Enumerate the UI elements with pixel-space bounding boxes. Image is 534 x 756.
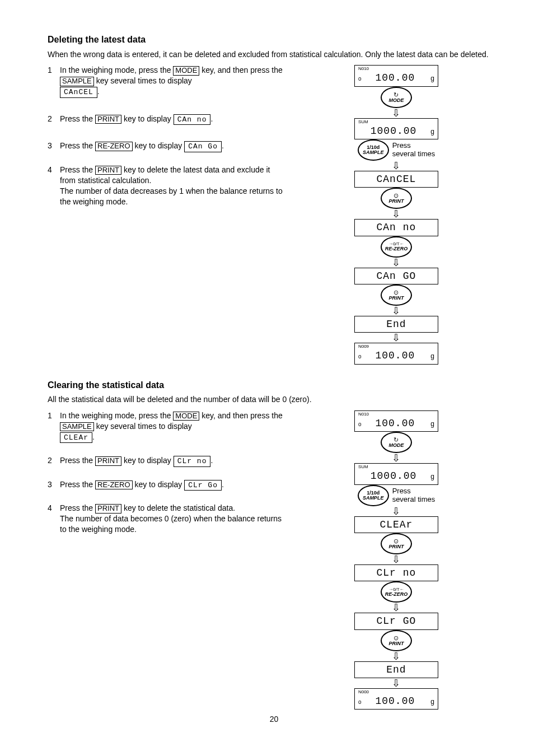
- figure-clearing-flow: N010 o100.00g ↻MODE ⇩ SUM 1000.00g 1/10d…: [292, 410, 500, 710]
- display-cancel: CAnCEL: [60, 87, 97, 98]
- lcd-n000: N000 o100.00g: [354, 688, 438, 710]
- step-number: 4: [48, 165, 60, 207]
- steps-deleting: 1 In the weighing mode, press the MODE k…: [48, 65, 292, 219]
- key-mode: MODE: [173, 412, 199, 421]
- down-arrow-icon: ⇩: [392, 603, 400, 613]
- list-item: 3 Press the RE-ZERO key to display CAn G…: [48, 141, 284, 152]
- key-print: PRINT: [95, 166, 121, 175]
- heading-clearing: Clearing the statistical data: [48, 379, 500, 391]
- button-rezero: →0/T←RE-ZERO: [381, 236, 412, 258]
- step-number: 1: [48, 410, 60, 443]
- down-arrow-icon: ⇩: [392, 453, 400, 463]
- list-item: 1 In the weighing mode, press the MODE k…: [48, 410, 284, 443]
- intro-clearing: All the statistical data will be deleted…: [48, 394, 500, 405]
- down-arrow-icon: ⇩: [392, 306, 400, 316]
- step-number: 2: [48, 455, 60, 467]
- button-sample: 1/10dSAMPLE: [358, 139, 389, 161]
- step-number: 3: [48, 141, 60, 152]
- step-number: 1: [48, 65, 60, 97]
- key-print: PRINT: [95, 456, 121, 465]
- key-print: PRINT: [95, 504, 121, 513]
- lcd-can-go: CAn GO: [354, 268, 438, 284]
- lcd-sum: SUM 1000.00g: [354, 118, 438, 139]
- lcd-clr-go: CLr GO: [354, 613, 438, 629]
- button-mode: ↻MODE: [381, 87, 412, 108]
- key-mode: MODE: [173, 66, 199, 75]
- lcd-sum: SUM 1000.00g: [354, 463, 438, 484]
- step-number: 2: [48, 114, 60, 125]
- steps-clearing: 1 In the weighing mode, press the MODE k…: [48, 410, 292, 547]
- key-sample: SAMPLE: [60, 77, 94, 86]
- down-arrow-icon: ⇩: [392, 108, 400, 118]
- button-print: ⊙PRINT: [381, 188, 412, 209]
- down-arrow-icon: ⇩: [392, 651, 400, 661]
- lcd-can-no: CAn no: [354, 219, 438, 236]
- down-arrow-icon: ⇩: [392, 554, 400, 564]
- down-arrow-icon: ⇩: [392, 506, 400, 516]
- key-rezero: RE-ZERO: [95, 480, 133, 489]
- display-clr-no: CLr no: [174, 456, 211, 467]
- lcd-n009: N009 o100.00g: [354, 343, 438, 364]
- button-sample: 1/10dSAMPLE: [358, 485, 389, 506]
- lcd-clear: CLEAr: [354, 516, 438, 533]
- display-clear: CLEAr: [60, 432, 92, 444]
- down-arrow-icon: ⇩: [392, 678, 400, 688]
- list-item: 2 Press the PRINT key to display CAn no.: [48, 114, 284, 125]
- down-arrow-icon: ⇩: [392, 161, 400, 171]
- heading-deleting: Deleting the latest data: [48, 34, 500, 46]
- lcd-clr-no: CLr no: [354, 564, 438, 581]
- lcd-end: End: [354, 316, 438, 333]
- annotation-press-several: Pressseveral times: [392, 142, 435, 158]
- lcd-n010: N010 o100.00g: [354, 410, 438, 432]
- down-arrow-icon: ⇩: [392, 333, 400, 343]
- button-mode: ↻MODE: [381, 432, 412, 453]
- list-item: 1 In the weighing mode, press the MODE k…: [48, 65, 284, 97]
- intro-deleting: When the wrong data is entered, it can b…: [48, 49, 500, 60]
- down-arrow-icon: ⇩: [392, 258, 400, 268]
- print-icon: ⊙: [394, 635, 399, 641]
- key-sample: SAMPLE: [60, 422, 94, 431]
- display-can-no: CAn no: [174, 114, 211, 125]
- annotation-press-several: Pressseveral times: [392, 487, 435, 504]
- button-print: ⊙PRINT: [381, 630, 412, 651]
- key-rezero: RE-ZERO: [95, 142, 133, 151]
- page-number: 20: [48, 714, 500, 725]
- step-number: 3: [48, 479, 60, 491]
- button-print: ⊙PRINT: [381, 533, 412, 554]
- step-number: 4: [48, 503, 60, 535]
- lcd-n010: N010 o100.00g: [354, 65, 438, 86]
- lcd-cancel: CAnCEL: [354, 171, 438, 188]
- list-item: 3 Press the RE-ZERO key to display CLr G…: [48, 479, 284, 491]
- down-arrow-icon: ⇩: [392, 209, 400, 219]
- display-clr-go: CLr Go: [184, 480, 222, 491]
- figure-deleting-flow: N010 o100.00g ↻MODE ⇩ SUM 1000.00g 1/10d…: [292, 65, 500, 364]
- key-print: PRINT: [95, 115, 121, 124]
- button-print: ⊙PRINT: [381, 284, 412, 306]
- lcd-end: End: [354, 661, 438, 678]
- list-item: 2 Press the PRINT key to display CLr no.: [48, 455, 284, 467]
- list-item: 4 Press the PRINT key to delete the stat…: [48, 503, 284, 535]
- list-item: 4 Press the PRINT key to delete the late…: [48, 165, 284, 207]
- display-can-go: CAn Go: [184, 141, 222, 152]
- button-rezero: →0/T←RE-ZERO: [381, 581, 412, 603]
